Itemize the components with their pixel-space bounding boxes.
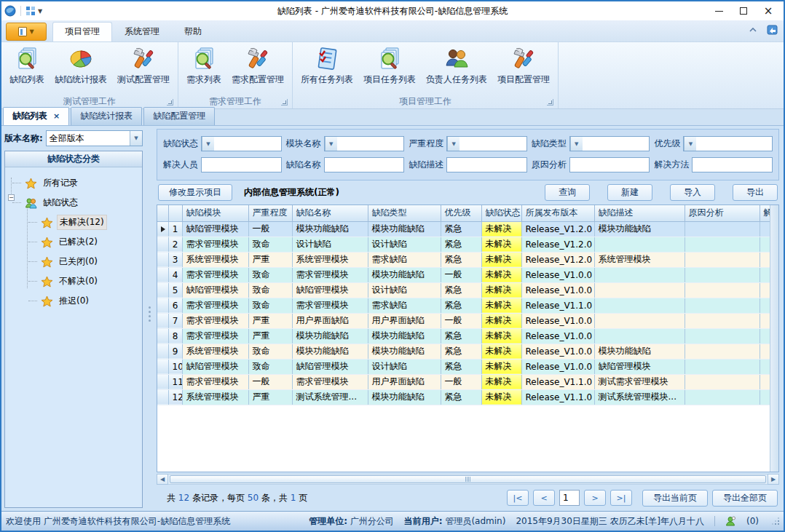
ribbon-button-需求列表[interactable]: 需求列表 — [181, 44, 226, 87]
column-header-缺陷状态[interactable]: 缺陷状态 — [481, 205, 521, 221]
table-row[interactable]: 4需求管理模块致命需求管理模块模块功能缺陷一般未解决Release_V1.0.0 — [157, 267, 770, 282]
ribbon-button-缺陷列表[interactable]: 缺陷列表 — [4, 44, 50, 87]
combo-dropdown-icon[interactable]: ▼ — [447, 137, 459, 151]
table-row[interactable]: 3系统管理模块严重系统管理模块需求缺陷紧急未解决Release_V1.2.0系统… — [157, 252, 770, 267]
table-row[interactable]: 12系统管理模块严重测试系统管理...模块功能缺陷紧急未解决Release_V1… — [157, 389, 770, 405]
table-row[interactable]: 7需求管理模块严重用户界面缺陷用户界面缺陷一般未解决Release_V1.0.0 — [157, 313, 770, 328]
grid-vertical-scrollbar[interactable] — [770, 205, 778, 472]
export-button[interactable]: 导出 — [733, 184, 778, 201]
ribbon-button-所有任务列表[interactable]: 所有任务列表 — [296, 44, 358, 87]
filter-input[interactable] — [692, 157, 773, 172]
column-header-缺陷名称[interactable]: 缺陷名称 — [292, 205, 368, 221]
minimize-button[interactable] — [706, 3, 731, 19]
dialog-launcher-icon[interactable] — [167, 99, 173, 106]
combo-dropdown-icon[interactable]: ▼ — [202, 137, 214, 151]
new-button[interactable]: 新建 — [607, 184, 652, 201]
table-row[interactable]: 2需求管理模块致命设计缺陷设计缺陷紧急未解决Release_V1.2.0 — [157, 237, 770, 252]
ribbon-button-项目配置管理[interactable]: 项目配置管理 — [492, 44, 555, 87]
table-row[interactable]: 1缺陷管理模块一般模块功能缺陷模块功能缺陷紧急未解决Release_V1.2.0… — [157, 221, 770, 237]
ribbon-button-负责人任务列表[interactable]: 负责人任务列表 — [421, 44, 492, 87]
tree-item-所有记录[interactable]: 所有记录 — [12, 173, 139, 193]
filter-input[interactable] — [569, 157, 650, 172]
tree-item-已解决(2)[interactable]: 已解决(2) — [28, 232, 139, 252]
panel-splitter[interactable] — [144, 126, 157, 511]
next-page-button[interactable]: > — [584, 490, 606, 506]
query-button[interactable]: 查询 — [545, 184, 590, 201]
filter-combo[interactable]: ▼ — [683, 136, 773, 151]
filter-combo[interactable]: ▼ — [324, 136, 405, 151]
version-combo[interactable]: 全部版本 ▼ — [46, 130, 143, 146]
tree-item-不解决(0)[interactable]: 不解决(0) — [28, 271, 139, 291]
row-indicator-cell — [157, 344, 168, 359]
column-header-原因分析[interactable]: 原因分析 — [685, 205, 760, 221]
export-all-pages-button[interactable]: 导出全部页 — [712, 490, 778, 507]
ribbon-group-caption: 测试管理工作 — [4, 94, 175, 108]
table-row[interactable]: 8需求管理模块严重模块功能缺陷模块功能缺陷紧急未解决Release_V1.0.0 — [157, 328, 770, 344]
filter-input[interactable] — [446, 157, 527, 172]
ribbon-tab-2[interactable]: 系统管理 — [112, 22, 172, 41]
tab-close-icon[interactable]: × — [53, 111, 60, 121]
scroll-left-icon[interactable]: ◀ — [157, 474, 168, 485]
table-row[interactable]: 10缺陷管理模块致命缺陷管理模块设计缺陷紧急未解决Release_V1.0.0缺… — [157, 359, 770, 374]
scrollbar-thumb[interactable] — [170, 475, 766, 483]
first-page-button[interactable]: |< — [507, 490, 529, 506]
ribbon-button-需求配置管理[interactable]: 需求配置管理 — [226, 44, 289, 87]
quick-access-icon[interactable]: ▼ — [25, 6, 42, 16]
filter-combo[interactable]: ▼ — [569, 136, 650, 151]
tree-item-未解决(12)[interactable]: 未解决(12) — [28, 213, 139, 232]
ribbon-button-测试配置管理[interactable]: 测试配置管理 — [112, 44, 175, 87]
table-row[interactable]: 9系统管理模块致命模块功能缺陷模块功能缺陷紧急未解决Release_V1.0.0… — [157, 344, 770, 359]
table-row[interactable]: 11需求管理模块一般需求管理模块用户界面缺陷一般未解决Release_V1.1.… — [157, 374, 770, 389]
maximize-button[interactable] — [731, 3, 756, 19]
modify-display-items-button[interactable]: 修改显示项目 — [158, 184, 232, 201]
scroll-right-icon[interactable]: ▶ — [768, 474, 779, 485]
resize-grip[interactable] — [772, 517, 779, 525]
ribbon-tab-3[interactable]: 帮助 — [172, 22, 214, 41]
column-header-缺陷类型[interactable]: 缺陷类型 — [368, 205, 441, 221]
row-indicator-cell — [157, 328, 168, 344]
tree-item-缺陷状态[interactable]: 缺陷状态 — [12, 193, 139, 213]
dialog-launcher-icon[interactable] — [547, 99, 553, 106]
filter-input[interactable] — [201, 157, 282, 172]
export-current-page-button[interactable]: 导出当前页 — [642, 490, 708, 507]
filter-combo[interactable]: ▼ — [201, 136, 282, 151]
doc-tab-1[interactable]: 缺陷列表× — [3, 107, 69, 125]
ribbon-tab-1[interactable]: 项目管理 — [52, 22, 112, 41]
combo-dropdown-icon[interactable]: ▼ — [325, 137, 337, 151]
ribbon-button-项目任务列表[interactable]: 项目任务列表 — [358, 44, 421, 87]
import-button[interactable]: 导入 — [670, 184, 715, 201]
scrollbar-track[interactable] — [168, 474, 768, 485]
tree-item-推迟(0)[interactable]: 推迟(0) — [28, 291, 139, 311]
prev-page-button[interactable]: < — [533, 490, 555, 506]
tree-item-已关闭(0)[interactable]: 已关闭(0) — [28, 252, 139, 271]
ribbon-button-label: 所有任务列表 — [301, 74, 353, 86]
filter-label: 优先级 — [654, 138, 680, 150]
doc-tab-2[interactable]: 缺陷统计报表 — [71, 107, 142, 125]
combo-dropdown-icon[interactable]: ▼ — [130, 131, 142, 146]
tree-expand-icon[interactable]: − — [8, 194, 15, 201]
close-button[interactable]: × — [756, 3, 781, 19]
combo-dropdown-icon[interactable]: ▼ — [570, 137, 583, 151]
cell-module: 需求管理模块 — [182, 267, 248, 282]
online-user-icon[interactable] — [725, 516, 736, 527]
column-header-严重程度[interactable]: 严重程度 — [248, 205, 292, 221]
application-menu-button[interactable]: ▼ — [6, 23, 47, 41]
combo-dropdown-icon[interactable]: ▼ — [684, 137, 696, 151]
column-header-缺陷模块[interactable]: 缺陷模块 — [182, 205, 248, 221]
skin-style-icon[interactable] — [766, 24, 779, 36]
ribbon-button-缺陷统计报表[interactable]: 缺陷统计报表 — [50, 44, 112, 87]
filter-combo[interactable]: ▼ — [446, 136, 527, 151]
column-header-所属发布版本[interactable]: 所属发布版本 — [521, 205, 594, 221]
page-number-input[interactable]: 1 — [559, 490, 580, 506]
table-row[interactable]: 6需求管理模块致命需求管理模块需求缺陷紧急未解决Release_V1.1.0 — [157, 298, 770, 313]
ribbon-collapse-icon[interactable] — [747, 24, 759, 36]
dialog-launcher-icon[interactable] — [281, 99, 288, 106]
table-row[interactable]: 5缺陷管理模块致命缺陷管理模块设计缺陷紧急未解决Release_V1.0.0 — [157, 282, 770, 298]
column-header-解决方法[interactable]: 解决方法 — [760, 205, 770, 221]
column-header-优先级[interactable]: 优先级 — [441, 205, 481, 221]
cell-version: Release_V1.1.0 — [521, 374, 594, 389]
doc-tab-3[interactable]: 缺陷配置管理 — [143, 107, 215, 125]
column-header-缺陷描述[interactable]: 缺陷描述 — [594, 205, 685, 221]
filter-input[interactable] — [324, 157, 405, 172]
last-page-button[interactable]: >| — [610, 490, 632, 506]
